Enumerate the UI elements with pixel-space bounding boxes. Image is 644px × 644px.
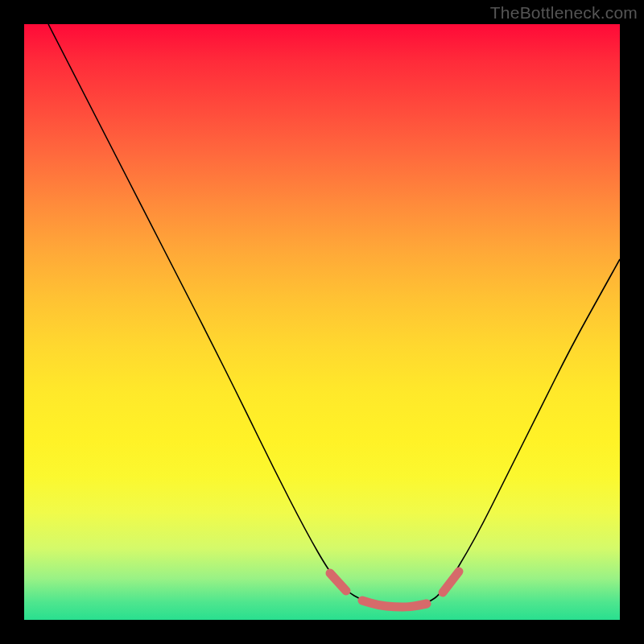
valley-highlight-right [443, 572, 459, 592]
valley-highlight-mid [362, 601, 427, 607]
valley-highlight-left [330, 573, 346, 591]
watermark-text: TheBottleneck.com [490, 3, 638, 23]
bottleneck-curve [48, 24, 620, 607]
chart-frame: TheBottleneck.com [0, 0, 644, 644]
chart-svg [24, 24, 620, 620]
plot-area [24, 24, 620, 620]
